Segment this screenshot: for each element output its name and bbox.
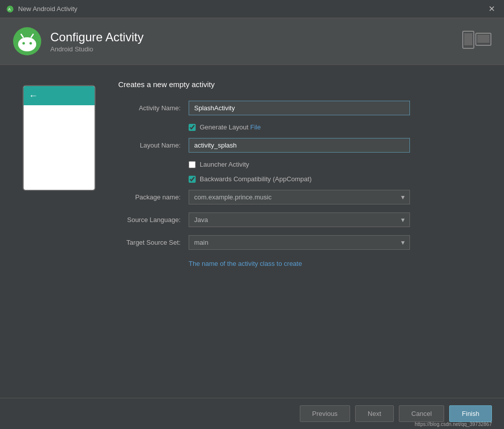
dialog-subtitle: Android Studio	[50, 45, 143, 53]
package-name-row: Package name: com.example.prince.music ▼	[118, 190, 484, 204]
svg-text:A: A	[8, 7, 11, 12]
target-source-set-row: Target Source Set: main test ▼	[118, 235, 484, 250]
activity-name-input[interactable]	[189, 101, 410, 115]
target-source-set-wrapper: main test ▼	[189, 235, 410, 250]
package-name-wrapper: com.example.prince.music ▼	[189, 190, 410, 204]
source-language-select[interactable]: Java Kotlin	[189, 212, 410, 227]
form-panel: Creates a new empty activity Activity Na…	[118, 80, 484, 383]
generate-layout-checkbox[interactable]	[189, 124, 196, 131]
header-left: Configure Activity Android Studio	[12, 26, 143, 56]
form-description: Creates a new empty activity	[118, 80, 484, 89]
generate-layout-label: Generate Layout File	[200, 123, 261, 131]
svg-point-3	[18, 37, 36, 51]
package-name-label: Package name:	[118, 193, 189, 201]
android-small-icon: A	[6, 5, 14, 13]
next-button[interactable]: Next	[355, 405, 394, 422]
dialog-title: Configure Activity	[50, 30, 143, 44]
svg-rect-11	[477, 35, 489, 43]
phone-preview: ←	[23, 85, 96, 191]
finish-button[interactable]: Finish	[449, 405, 492, 422]
dialog-header: Configure Activity Android Studio	[0, 18, 504, 65]
svg-rect-9	[464, 33, 472, 45]
source-language-label: Source Language:	[118, 216, 189, 224]
generate-layout-row: Generate Layout File	[118, 123, 484, 131]
activity-name-row: Activity Name:	[118, 101, 484, 115]
phone-tablet-icon	[462, 29, 492, 53]
back-arrow-icon: ←	[29, 91, 38, 101]
svg-point-5	[30, 42, 32, 45]
preview-panel: ←	[20, 80, 98, 383]
previous-button[interactable]: Previous	[300, 405, 351, 422]
close-button[interactable]: ✕	[485, 3, 498, 15]
activity-name-label: Activity Name:	[118, 104, 189, 112]
dialog-content: ← Creates a new empty activity Activity …	[0, 65, 504, 398]
launcher-activity-label: Launcher Activity	[200, 161, 249, 168]
source-language-row: Source Language: Java Kotlin ▼	[118, 212, 484, 227]
title-bar-left: A New Android Activity	[6, 5, 77, 13]
layout-name-row: Layout Name:	[118, 138, 484, 153]
cancel-button[interactable]: Cancel	[399, 405, 444, 422]
layout-name-label: Layout Name:	[118, 141, 189, 149]
svg-point-4	[23, 42, 25, 45]
target-source-set-label: Target Source Set:	[118, 239, 189, 246]
backwards-compat-label: Backwards Compatibility (AppCompat)	[200, 175, 312, 183]
footer-url: https://blog.csdn.net/qq_39732867	[415, 421, 492, 427]
title-bar: A New Android Activity ✕	[0, 0, 504, 18]
launcher-activity-checkbox[interactable]	[189, 161, 196, 168]
device-icons	[462, 29, 492, 53]
header-title-block: Configure Activity Android Studio	[50, 30, 143, 53]
android-logo-icon	[12, 26, 42, 56]
target-source-set-select[interactable]: main test	[189, 235, 410, 250]
package-name-select[interactable]: com.example.prince.music	[189, 190, 410, 204]
dialog-footer: Previous Next Cancel Finish https://blog…	[0, 398, 504, 429]
backwards-compat-checkbox[interactable]	[189, 176, 196, 183]
title-bar-title: New Android Activity	[18, 5, 77, 13]
backwards-compat-row: Backwards Compatibility (AppCompat)	[118, 175, 484, 183]
source-language-wrapper: Java Kotlin ▼	[189, 212, 410, 227]
hint-text: The name of the activity class to create	[118, 260, 484, 267]
launcher-activity-row: Launcher Activity	[118, 161, 484, 168]
phone-preview-header: ←	[24, 86, 95, 105]
layout-name-input[interactable]	[189, 138, 410, 153]
